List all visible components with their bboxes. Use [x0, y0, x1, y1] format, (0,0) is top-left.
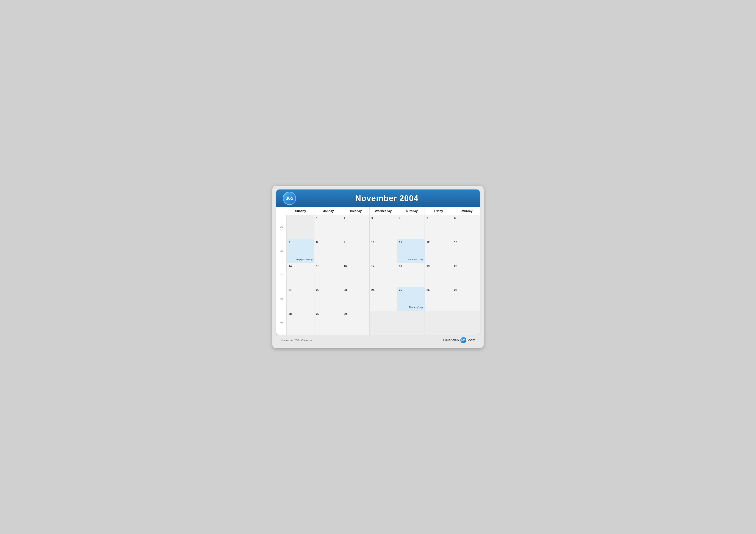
- footer-brand-prefix: Calendar-: [443, 338, 459, 342]
- calendar-day[interactable]: 24: [369, 287, 397, 311]
- calendar-title: November 2004: [300, 194, 473, 203]
- page-wrapper: 365 November 2004 SundayMondayTuesdayWed…: [272, 186, 484, 348]
- calendar-day[interactable]: 10: [369, 239, 397, 263]
- calendar-day[interactable]: 4: [397, 215, 424, 239]
- day-number: 19: [426, 265, 450, 267]
- day-number: 16: [344, 265, 368, 267]
- footer: November 2004 Calendar Calendar- 365 .co…: [276, 335, 480, 344]
- footer-brand-badge: 365: [460, 337, 466, 343]
- day-header-thursday: Thursday: [397, 207, 424, 215]
- calendar-day[interactable]: 20: [452, 263, 480, 287]
- week-number: 46: [276, 239, 286, 263]
- calendar-day[interactable]: 15: [314, 263, 342, 287]
- day-number: 5: [426, 216, 450, 220]
- calendar-day[interactable]: 28: [286, 311, 314, 335]
- calendar-day[interactable]: 6: [452, 215, 480, 239]
- day-number: 18: [399, 265, 423, 267]
- calendar-day[interactable]: [397, 311, 424, 335]
- calendar-day[interactable]: 7Daylight Saving: [286, 239, 314, 263]
- calendar-day[interactable]: 8: [314, 239, 342, 263]
- calendar-day[interactable]: [369, 311, 397, 335]
- day-header-saturday: Saturday: [452, 207, 480, 215]
- calendar-day[interactable]: 29: [314, 311, 342, 335]
- calendar-day[interactable]: 30: [342, 311, 369, 335]
- week-number: 45: [276, 215, 286, 239]
- week-number: 47: [276, 263, 286, 287]
- event-label: Daylight Saving: [296, 258, 312, 261]
- calendar-day[interactable]: 14: [286, 263, 314, 287]
- calendar-day[interactable]: 21: [286, 287, 314, 311]
- calendar-day[interactable]: 27: [452, 287, 480, 311]
- calendar-day[interactable]: 5: [424, 215, 452, 239]
- day-number: 6: [454, 216, 478, 220]
- calendar-week: 4714151617181920: [276, 263, 480, 287]
- day-number: 14: [288, 265, 312, 267]
- week-num-header-spacer: [276, 207, 286, 215]
- calendar-day[interactable]: 25Thanksgiving: [397, 287, 424, 311]
- day-number: 4: [399, 216, 423, 220]
- day-number: 11: [399, 241, 423, 244]
- calendar-day[interactable]: 18: [397, 263, 424, 287]
- footer-left-label: November 2004 Calendar: [281, 339, 313, 342]
- calendar-day[interactable]: [286, 215, 314, 239]
- calendar-body: 45123456467Daylight Saving891011Veterans…: [276, 215, 480, 335]
- day-number: 27: [454, 288, 478, 292]
- calendar-day[interactable]: 12: [424, 239, 452, 263]
- week-number: 49: [276, 311, 286, 335]
- day-number: 21: [288, 288, 312, 292]
- calendar-day[interactable]: [452, 311, 480, 335]
- calendar-day[interactable]: 9: [342, 239, 369, 263]
- calendar-container: 365 November 2004 SundayMondayTuesdayWed…: [276, 190, 480, 335]
- day-number: 12: [426, 241, 450, 244]
- day-header-wednesday: Wednesday: [369, 207, 397, 215]
- day-header-monday: Monday: [314, 207, 342, 215]
- day-number: 23: [344, 288, 368, 292]
- week-number: 48: [276, 287, 286, 311]
- calendar-day[interactable]: 11Veterans' Day: [397, 239, 424, 263]
- calendar-day[interactable]: [424, 311, 452, 335]
- day-number: 30: [344, 312, 368, 316]
- day-header-friday: Friday: [424, 207, 452, 215]
- day-number: 1: [316, 216, 340, 220]
- day-number: 24: [371, 288, 395, 292]
- calendar-day[interactable]: 23: [342, 287, 369, 311]
- calendar-week: 49282930: [276, 311, 480, 335]
- footer-brand-suffix: .com: [468, 338, 475, 342]
- footer-right-brand: Calendar- 365 .com: [443, 337, 475, 343]
- day-number: 7: [288, 241, 312, 244]
- calendar-day[interactable]: 26: [424, 287, 452, 311]
- calendar-week: 467Daylight Saving891011Veterans' Day121…: [276, 239, 480, 263]
- day-number: 28: [288, 312, 312, 316]
- day-number: 26: [426, 288, 450, 292]
- calendar-day[interactable]: 13: [452, 239, 480, 263]
- day-header-tuesday: Tuesday: [342, 207, 369, 215]
- calendar-header: 365 November 2004: [276, 190, 480, 207]
- day-number: 9: [344, 241, 368, 244]
- calendar-week: 45123456: [276, 215, 480, 239]
- day-headers-row: SundayMondayTuesdayWednesdayThursdayFrid…: [276, 207, 480, 215]
- day-number: 29: [316, 312, 340, 316]
- calendar-week: 482122232425Thanksgiving2627: [276, 287, 480, 311]
- day-number: 25: [399, 288, 423, 292]
- day-number: 20: [454, 265, 478, 267]
- event-label: Thanksgiving: [409, 306, 423, 309]
- day-number: 17: [371, 265, 395, 267]
- day-number: 22: [316, 288, 340, 292]
- calendar-day[interactable]: 22: [314, 287, 342, 311]
- calendar-day[interactable]: 17: [369, 263, 397, 287]
- day-number: 8: [316, 241, 340, 244]
- calendar-day[interactable]: 2: [342, 215, 369, 239]
- calendar-day[interactable]: 16: [342, 263, 369, 287]
- day-number: 3: [371, 216, 395, 220]
- day-number: 2: [344, 216, 368, 220]
- calendar-day[interactable]: 19: [424, 263, 452, 287]
- logo-badge: 365: [283, 191, 296, 205]
- day-number: 15: [316, 265, 340, 267]
- day-number: 10: [371, 241, 395, 244]
- day-number: 13: [454, 241, 478, 244]
- day-header-sunday: Sunday: [286, 207, 314, 215]
- event-label: Veterans' Day: [408, 258, 423, 261]
- calendar-day[interactable]: 3: [369, 215, 397, 239]
- calendar-day[interactable]: 1: [314, 215, 342, 239]
